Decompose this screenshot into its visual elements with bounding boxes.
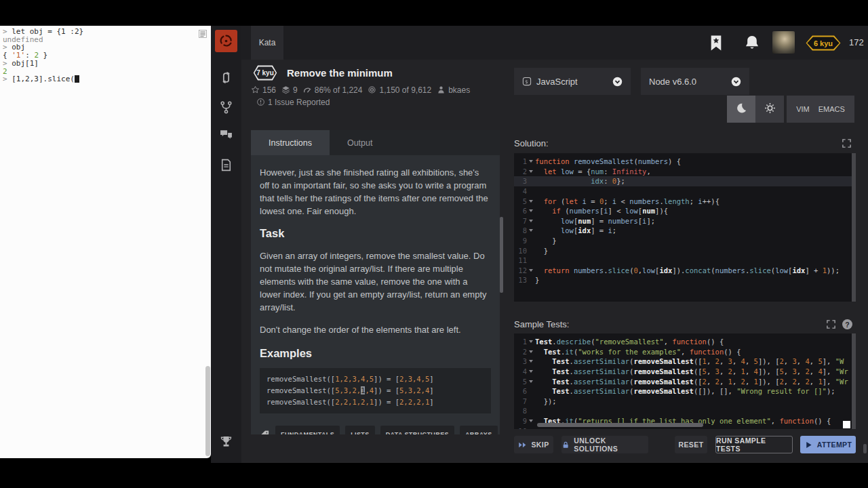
bookmark-icon[interactable] (707, 34, 725, 52)
code-line: 7 low[num] = numbers[i]; (514, 216, 856, 226)
moon-icon (736, 102, 747, 117)
console-scrollbar[interactable] (205, 366, 210, 456)
code-line: 2 Test.it("works for the examples", func… (514, 347, 856, 357)
tag-pill[interactable]: DATA STRUCTURES (380, 426, 454, 434)
code-line: 2 let low = {num: Infinity, (514, 167, 856, 177)
person-icon (437, 85, 446, 94)
console-input-line: > obj[1] (3, 60, 211, 68)
vim-button[interactable]: VIM (796, 105, 810, 113)
tests-horizontal-scrollbar[interactable] (537, 423, 703, 427)
stat-layers: 9 (276, 85, 298, 95)
description-scrollbar[interactable] (500, 217, 503, 293)
console-menu-icon[interactable] (199, 28, 207, 36)
example-line: removeSmallest([1,2,3,4,5]) = [2,3,4,5] (267, 373, 484, 385)
devtools-console-panel[interactable]: > let obj = {1 :2}undefined> obj{ '1': 2… (0, 26, 211, 458)
stat-issue: 1 Issue Reported (251, 98, 330, 107)
code-line: 6 Test.assertSimilar(removeSmallest([]),… (514, 386, 856, 396)
solution-code: 1function removeSmallest(numbers) {2 let… (514, 153, 856, 285)
avatar[interactable] (772, 31, 795, 54)
window-scrollbar[interactable] (863, 444, 867, 453)
chat-icon[interactable] (219, 127, 233, 142)
fold-arrow-icon[interactable] (527, 209, 535, 212)
fold-arrow-icon[interactable] (527, 200, 535, 203)
example-line: removeSmallest([5,3,2,1,4]) = [5,3,2,4] (267, 385, 484, 396)
code-line: 11 (514, 256, 856, 266)
kata-rank-badge: 7 kyu (251, 65, 279, 81)
emacs-button[interactable]: EMACS (818, 105, 845, 113)
code-line: 8 (514, 406, 856, 416)
fold-arrow-icon[interactable] (527, 220, 535, 222)
attempt-button[interactable]: ATTEMPT (800, 436, 856, 453)
tab-instructions[interactable]: Instructions (251, 130, 330, 155)
lock-icon (561, 441, 570, 449)
solution-editor[interactable]: 1function removeSmallest(numbers) {2 let… (514, 153, 856, 302)
kata-title: Remove the minimum (287, 67, 393, 79)
gauge-icon (303, 85, 312, 94)
codewars-logo[interactable] (215, 30, 237, 52)
fold-arrow-icon[interactable] (527, 360, 535, 363)
stat-person: bkaes (431, 85, 470, 95)
task-note: Don't change the order of the elements t… (260, 323, 491, 336)
solution-label: Solution: (514, 138, 549, 148)
task-heading: Task (260, 227, 491, 240)
language-dropdown-value: JavaScript (536, 77, 612, 87)
fold-arrow-icon[interactable] (527, 420, 535, 422)
solution-editor-scrollbar[interactable] (852, 153, 856, 302)
tests-editor-scrollbar[interactable] (852, 333, 856, 429)
fold-arrow-icon[interactable] (527, 229, 535, 232)
fold-arrow-icon[interactable] (527, 160, 535, 163)
stat-gauge: 86% of 1,224 (298, 85, 363, 95)
expand-icon[interactable] (842, 138, 852, 148)
stat-target: 1,150 of 9,612 (362, 85, 431, 95)
code-line: 5 for (let i = 0; i < numbers.length; i+… (514, 196, 856, 206)
dark-theme-button[interactable] (727, 96, 755, 123)
tag-pill[interactable]: LISTS (345, 426, 375, 434)
text-cursor (75, 75, 79, 83)
sample-tests-label: Sample Tests: (514, 319, 569, 329)
runtime-dropdown-value: Node v6.6.0 (649, 77, 731, 87)
code-line: 6 if (numbers[i] < low[num]){ (514, 206, 856, 216)
skip-button[interactable]: SKIP (514, 436, 553, 453)
runtime-dropdown[interactable]: Node v6.6.0 (641, 68, 749, 95)
unlock-button[interactable]: UNLOCK SOLUTIONS (561, 436, 648, 453)
examples-code-block[interactable]: removeSmallest([1,2,3,4,5]) = [2,3,4,5]r… (260, 368, 491, 413)
honor-score[interactable]: 172 (849, 37, 864, 47)
fold-arrow-icon[interactable] (527, 370, 535, 373)
tag-pill[interactable]: FUNDAMENTALS (275, 426, 340, 434)
kata-breadcrumb-tab[interactable]: Kata (251, 26, 283, 60)
fold-arrow-icon[interactable] (527, 170, 535, 173)
code-line: 8 low[idx] = i; (514, 226, 856, 236)
fold-arrow-icon[interactable] (527, 269, 535, 272)
fold-arrow-icon[interactable] (527, 340, 535, 343)
run-button[interactable]: RUN SAMPLE TESTS (715, 436, 793, 453)
notifications-bell-icon[interactable] (743, 34, 761, 52)
help-icon[interactable]: ? (842, 319, 852, 329)
document-icon[interactable] (219, 158, 233, 172)
layers-icon (281, 85, 290, 94)
fold-arrow-icon[interactable] (527, 380, 535, 383)
code-line: 5 Test.assertSimilar(removeSmallest([2, … (514, 376, 856, 386)
console-input-line[interactable]: > [1,2,3].slice( (3, 75, 211, 83)
user-rank-badge[interactable]: 6 kyu (802, 35, 844, 51)
language-dropdown[interactable]: JavaScript (514, 68, 631, 95)
example-line: removeSmallest([2,2,1,2,1]) = [2,2,2,1] (267, 396, 484, 408)
tag-icon (260, 430, 270, 434)
description-paragraph: However, just as she finished rating all… (260, 166, 491, 218)
tab-output[interactable]: Output (330, 130, 391, 155)
kata-stats: 156986% of 1,2241,150 of 9,612bkaes1 Iss… (251, 84, 480, 108)
trophy-icon[interactable] (219, 434, 233, 449)
compare-arrows-icon[interactable] (219, 70, 233, 85)
light-theme-button[interactable] (755, 96, 784, 123)
reset-button[interactable]: RESET (675, 436, 707, 453)
fork-icon[interactable] (219, 100, 233, 115)
stat-star: 156 (251, 85, 276, 95)
skip-icon (518, 441, 527, 449)
fold-arrow-icon[interactable] (527, 350, 535, 353)
console-log-list[interactable]: > let obj = {1 :2}undefined> obj{ '1': 2… (0, 26, 211, 83)
expand-icon[interactable] (826, 319, 836, 329)
sample-tests-editor[interactable]: 1Test.describe("removeSmallest", functio… (514, 333, 856, 429)
sun-icon (764, 102, 776, 117)
code-line: 4 Test.assertSimilar(removeSmallest([5, … (514, 367, 856, 377)
tag-pill[interactable]: ARRAYS (460, 426, 498, 434)
code-line: 4 (514, 186, 856, 197)
